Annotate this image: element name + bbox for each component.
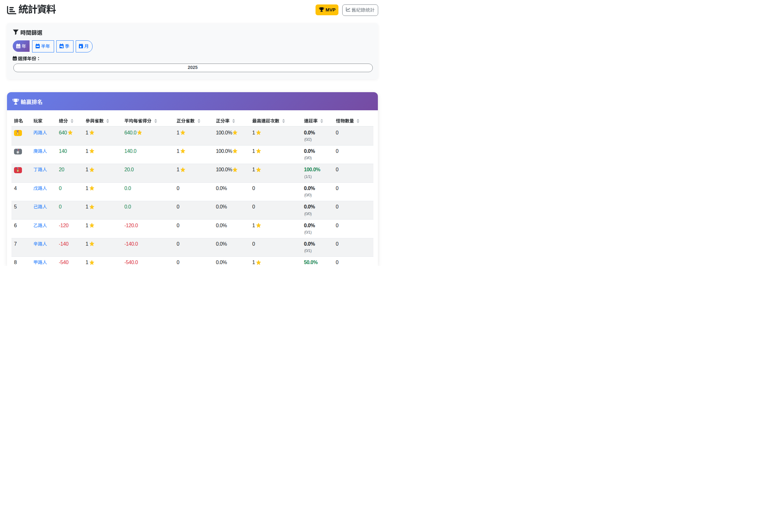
svg-text:1: 1 <box>17 133 18 135</box>
svg-text:3: 3 <box>17 170 18 172</box>
svg-text:2: 2 <box>17 151 18 153</box>
